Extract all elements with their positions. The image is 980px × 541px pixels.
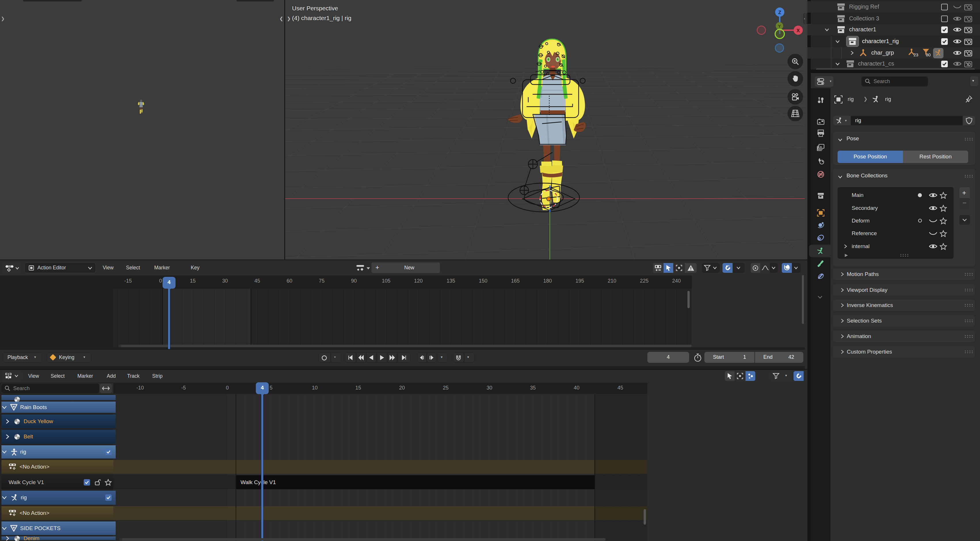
- svg-text:Y: Y: [778, 24, 781, 29]
- svg-text:X: X: [796, 28, 800, 33]
- svg-text:Z: Z: [778, 10, 781, 15]
